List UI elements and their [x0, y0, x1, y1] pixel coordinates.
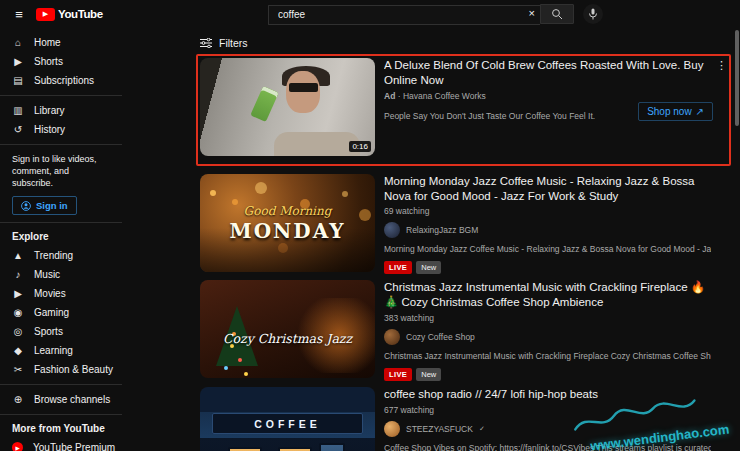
sidebar-item-label: Movies [34, 288, 66, 299]
search-button[interactable] [540, 4, 574, 24]
video-title[interactable]: Morning Monday Jazz Coffee Music - Relax… [384, 174, 711, 203]
fashion-icon: ✂ [12, 364, 24, 375]
sidebar-item-subscriptions[interactable]: ▤ Subscriptions [0, 71, 122, 90]
voice-search-button[interactable] [583, 4, 603, 24]
signin-message: Sign in to like videos, comment, and sub… [0, 150, 122, 189]
search-box: × [268, 4, 540, 25]
sports-icon: ◎ [12, 326, 24, 337]
hamburger-menu-icon[interactable]: ≡ [10, 7, 28, 22]
search-input[interactable] [268, 5, 540, 25]
thumbnail-art [250, 86, 279, 122]
search-icon [551, 8, 563, 20]
video-thumbnail[interactable]: Good Morning MONDAY [200, 174, 375, 272]
thumbnail-caption: Good Morning [244, 204, 332, 218]
sign-in-button[interactable]: Sign in [12, 196, 77, 215]
movies-icon: ▶ [12, 288, 24, 299]
more-from-youtube-title: More from YouTube [0, 420, 122, 438]
sidebar-item-label: Learning [34, 345, 73, 356]
history-icon: ↺ [12, 124, 24, 135]
video-thumbnail[interactable]: Cozy Christmas Jazz [200, 280, 375, 378]
sidebar-item-label: Shorts [34, 56, 63, 67]
learning-icon: ◆ [12, 345, 24, 356]
channel-name[interactable]: RelaxingJazz BGM [406, 225, 478, 235]
sign-in-label: Sign in [36, 200, 68, 211]
video-description: Morning Monday Jazz Coffee Music - Relax… [384, 244, 711, 254]
scrollbar[interactable] [735, 30, 739, 126]
channel-row[interactable]: RelaxingJazz BGM [384, 222, 711, 238]
filters-label: Filters [219, 37, 248, 49]
sidebar-item-label: Music [34, 269, 60, 280]
sidebar-item-history[interactable]: ↺ History [0, 120, 122, 139]
external-link-icon: ↗ [696, 106, 704, 117]
youtube-logo[interactable]: ▶ YouTube [36, 8, 103, 21]
live-badge: LIVE [384, 261, 412, 274]
verified-badge-icon: ✓ [479, 425, 485, 433]
sidebar-item-trending[interactable]: ▲ Trending [0, 246, 122, 265]
thumbnail-art [286, 71, 320, 113]
thumbnail-art [274, 132, 360, 156]
sidebar-item-gaming[interactable]: ◉ Gaming [0, 303, 122, 322]
sidebar-divider [0, 384, 122, 385]
sidebar-item-home[interactable]: ⌂ Home [0, 33, 122, 52]
sidebar-item-label: YouTube Premium [33, 442, 115, 451]
clear-search-icon[interactable]: × [529, 7, 535, 19]
sidebar-item-learning[interactable]: ◆ Learning [0, 341, 122, 360]
sidebar-item-shorts[interactable]: ▶ Shorts [0, 52, 122, 71]
sidebar-item-label: Sports [34, 326, 63, 337]
channel-name[interactable]: STEEZYASFUCK [406, 424, 473, 434]
sidebar-item-label: Subscriptions [34, 75, 94, 86]
ad-result[interactable]: 0:16 A Deluxe Blend Of Cold Brew Coffees… [200, 58, 727, 156]
sidebar-item-music[interactable]: ♪ Music [0, 265, 122, 284]
library-icon: ▥ [12, 105, 24, 116]
sidebar-item-label: History [34, 124, 65, 135]
sidebar-item-label: Gaming [34, 307, 69, 318]
thumbnail-art [289, 83, 318, 92]
ad-title[interactable]: A Deluxe Blend Of Cold Brew Coffees Roas… [384, 58, 711, 87]
filters-button[interactable]: Filters [200, 37, 270, 49]
ad-separator: · [398, 91, 401, 101]
sidebar-item-youtube-premium[interactable]: ▶ YouTube Premium [0, 438, 122, 451]
ad-highlight-box: 0:16 A Deluxe Blend Of Cold Brew Coffees… [196, 54, 731, 166]
search-results: Filters 0:16 A Deluxe Blend Of Cold Brew… [122, 28, 740, 451]
sidebar-item-browse-channels[interactable]: ⊕ Browse channels [0, 390, 122, 409]
shop-now-button[interactable]: Shop now ↗ [638, 102, 713, 121]
search-area: × [268, 4, 603, 25]
video-title[interactable]: Christmas Jazz Instrumental Music with C… [384, 280, 711, 309]
sidebar-divider [0, 95, 122, 96]
sidebar: ⌂ Home ▶ Shorts ▤ Subscriptions ▥ Librar… [0, 28, 122, 451]
ad-badge: Ad [384, 91, 395, 101]
video-result[interactable]: Cozy Christmas Jazz Christmas Jazz Instr… [200, 280, 727, 380]
subscriptions-icon: ▤ [12, 75, 24, 86]
sidebar-item-label: Fashion & Beauty [34, 364, 113, 375]
sidebar-item-movies[interactable]: ▶ Movies [0, 284, 122, 303]
thumbnail-art [319, 443, 345, 451]
duration-badge: 0:16 [349, 141, 371, 152]
thumbnail-caption: MONDAY [230, 219, 346, 243]
thumbnail-caption: Cozy Christmas Jazz [200, 331, 375, 346]
youtube-page: ≡ ▶ YouTube × ⌂ Home ▶ Shorts [0, 0, 740, 451]
channel-avatar[interactable] [384, 421, 400, 437]
sidebar-item-fashion-beauty[interactable]: ✂ Fashion & Beauty [0, 360, 122, 379]
sidebar-item-library[interactable]: ▥ Library [0, 101, 122, 120]
sidebar-item-sports[interactable]: ◎ Sports [0, 322, 122, 341]
ad-thumbnail[interactable]: 0:16 [200, 58, 375, 156]
kebab-menu-icon[interactable]: ⋮ [716, 59, 727, 72]
new-badge: New [416, 261, 441, 274]
thumbnail-text: Good Morning MONDAY [200, 174, 375, 272]
channel-name[interactable]: Cozy Coffee Shop [406, 332, 475, 342]
ad-advertiser[interactable]: Havana Coffee Works [403, 91, 486, 101]
channel-row[interactable]: Cozy Coffee Shop [384, 329, 711, 345]
video-result[interactable]: Good Morning MONDAY Morning Monday Jazz … [200, 174, 727, 274]
channel-avatar[interactable] [384, 329, 400, 345]
thumbnail-art [228, 447, 262, 451]
ad-text-column: A Deluxe Blend Of Cold Brew Coffees Roas… [384, 58, 727, 156]
sidebar-divider [0, 414, 122, 415]
sidebar-item-label: Home [34, 37, 61, 48]
ad-byline: Ad · Havana Coffee Works [384, 91, 711, 101]
channel-avatar[interactable] [384, 222, 400, 238]
video-description: Christmas Jazz Instrumental Music with C… [384, 351, 711, 361]
video-thumbnail[interactable]: COFFEE [200, 387, 375, 451]
browse-channels-icon: ⊕ [12, 394, 24, 405]
shorts-icon: ▶ [12, 56, 24, 67]
microphone-icon [588, 8, 598, 20]
